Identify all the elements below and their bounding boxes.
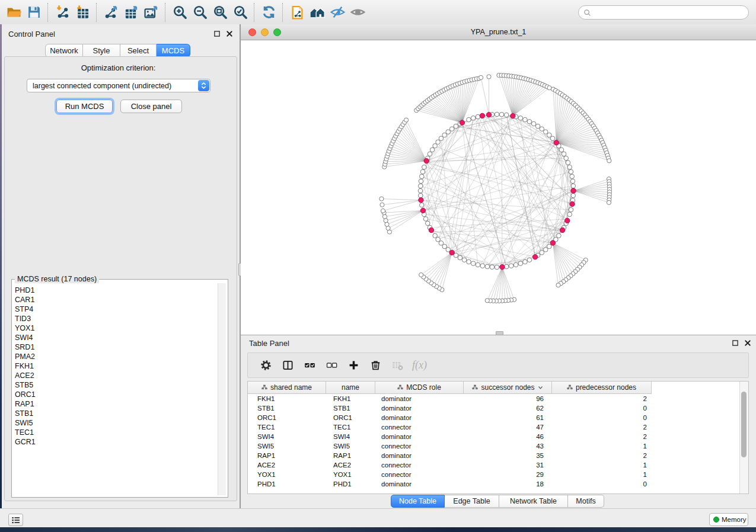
mcds-result-item[interactable]: ACE2: [12, 371, 218, 380]
close-panel-button[interactable]: Close panel: [120, 100, 182, 113]
mcds-result-item[interactable]: RAP1: [12, 399, 218, 409]
mcds-hub-node[interactable]: [480, 113, 484, 118]
mcds-hub-node[interactable]: [511, 114, 515, 118]
tab-node-table[interactable]: Node Table: [391, 495, 445, 508]
network-node[interactable]: [499, 112, 504, 117]
network-node[interactable]: [509, 264, 513, 268]
network-node[interactable]: [562, 152, 566, 156]
network-node[interactable]: [446, 130, 451, 134]
table-row[interactable]: RAP1RAP1dominator352: [248, 451, 734, 460]
mcds-result-item[interactable]: STB5: [12, 380, 218, 390]
network-node[interactable]: [418, 188, 423, 193]
network-node[interactable]: [439, 241, 444, 246]
import-network-icon[interactable]: [52, 3, 72, 22]
network-node[interactable]: [454, 124, 458, 129]
network-node[interactable]: [523, 117, 528, 122]
show-details-icon[interactable]: [347, 3, 368, 22]
network-node[interactable]: [490, 265, 495, 270]
network-node[interactable]: [430, 148, 435, 152]
mcds-result-item[interactable]: PHD1: [12, 286, 218, 295]
table-scrollbar-thumb[interactable]: [741, 392, 747, 457]
network-node[interactable]: [513, 262, 518, 267]
close-table-panel-icon[interactable]: [743, 338, 752, 347]
mcds-hub-node[interactable]: [570, 201, 575, 206]
memory-button[interactable]: Memory: [709, 513, 748, 526]
network-node[interactable]: [419, 203, 424, 207]
network-node[interactable]: [557, 233, 562, 238]
network-node[interactable]: [569, 169, 573, 174]
network-node[interactable]: [476, 262, 480, 267]
network-node[interactable]: [556, 283, 560, 287]
network-node[interactable]: [423, 217, 428, 222]
tab-network[interactable]: Network: [45, 44, 83, 57]
network-node[interactable]: [436, 140, 441, 145]
network-node[interactable]: [527, 258, 532, 262]
columns-icon[interactable]: [277, 355, 299, 376]
table-row[interactable]: SWI4SWI4dominator462: [248, 432, 734, 441]
mcds-hub-node[interactable]: [429, 227, 433, 232]
table-scrollbar[interactable]: [739, 382, 748, 493]
mcds-result-item[interactable]: SWI5: [12, 418, 218, 428]
network-node[interactable]: [471, 261, 476, 266]
zoom-selected-icon[interactable]: [230, 3, 250, 22]
tab-edge-table[interactable]: Edge Table: [445, 495, 499, 508]
mcds-result-item[interactable]: STB1: [12, 409, 218, 418]
network-node[interactable]: [570, 174, 575, 179]
network-file-icon[interactable]: [287, 3, 307, 22]
mcds-result-item[interactable]: GCR1: [12, 437, 218, 447]
mcds-result-item[interactable]: SWI4: [12, 333, 218, 342]
network-node[interactable]: [540, 127, 544, 132]
table-row[interactable]: ACE2ACE2connector311: [248, 460, 734, 470]
import-table-icon[interactable]: [72, 3, 92, 22]
network-node[interactable]: [518, 261, 523, 266]
save-icon[interactable]: [24, 3, 44, 22]
mcds-result-item[interactable]: TID3: [12, 314, 218, 323]
network-node[interactable]: [485, 264, 490, 269]
export-image-icon[interactable]: [141, 3, 161, 22]
network-node[interactable]: [567, 212, 572, 217]
column-header-predecessor-nodes[interactable]: predecessor nodes: [552, 382, 652, 394]
select-all-columns-icon[interactable]: [299, 355, 321, 376]
network-node[interactable]: [543, 130, 548, 134]
network-node[interactable]: [566, 161, 570, 165]
network-node[interactable]: [570, 179, 575, 184]
table-row[interactable]: SWI5SWI5connector431: [248, 441, 734, 451]
table-row[interactable]: ORC1ORC1dominator610: [248, 413, 734, 422]
mcds-hub-node[interactable]: [532, 255, 537, 259]
network-node[interactable]: [422, 165, 427, 169]
network-node[interactable]: [480, 264, 485, 268]
export-network-icon[interactable]: [101, 3, 121, 22]
mcds-hub-node[interactable]: [460, 120, 464, 125]
network-node[interactable]: [518, 116, 523, 121]
network-node[interactable]: [479, 75, 483, 79]
network-node[interactable]: [550, 136, 555, 141]
add-icon[interactable]: [343, 355, 365, 376]
network-node[interactable]: [462, 258, 467, 262]
mcds-hub-node[interactable]: [486, 113, 491, 117]
network-node[interactable]: [433, 143, 438, 148]
network-node[interactable]: [487, 75, 491, 79]
close-panel-icon[interactable]: [225, 29, 234, 38]
tab-mcds[interactable]: MCDS: [157, 44, 190, 57]
network-node[interactable]: [379, 197, 384, 201]
network-node[interactable]: [495, 112, 499, 117]
network-node[interactable]: [428, 152, 432, 156]
network-node[interactable]: [436, 237, 441, 242]
hide-details-icon[interactable]: [327, 3, 347, 22]
mcds-result-item[interactable]: STP4: [12, 305, 218, 314]
network-node[interactable]: [467, 259, 471, 264]
network-node[interactable]: [418, 184, 423, 188]
houses-icon[interactable]: [307, 3, 327, 22]
network-node[interactable]: [495, 265, 499, 270]
network-node[interactable]: [419, 273, 423, 277]
mcds-result-item[interactable]: SRD1: [12, 342, 218, 352]
network-node[interactable]: [380, 203, 384, 207]
mcds-hub-node[interactable]: [565, 218, 570, 223]
tab-style[interactable]: Style: [83, 44, 120, 57]
network-node[interactable]: [527, 119, 532, 124]
network-node[interactable]: [433, 233, 438, 238]
network-node[interactable]: [564, 156, 569, 161]
network-node[interactable]: [547, 244, 552, 249]
network-node[interactable]: [419, 179, 423, 184]
table-row[interactable]: FKH1FKH1dominator962: [248, 394, 734, 403]
